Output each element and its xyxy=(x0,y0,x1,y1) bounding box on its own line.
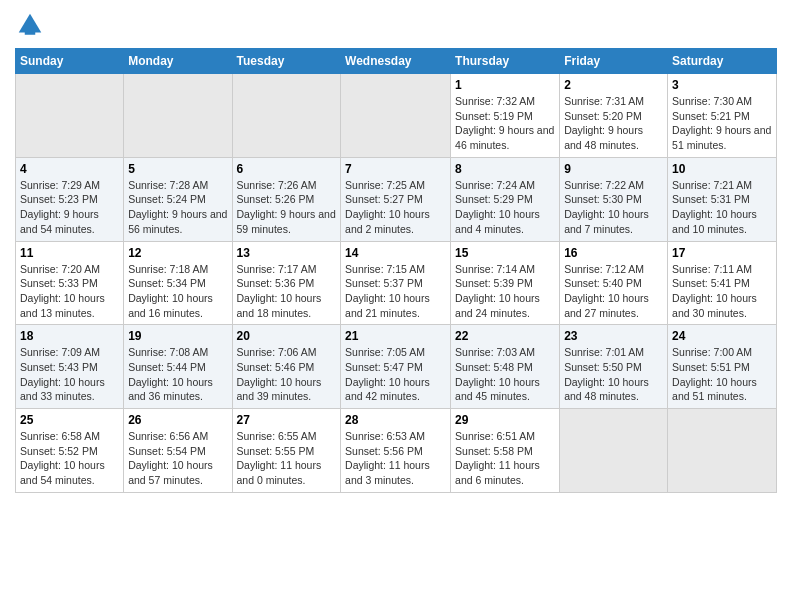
day-detail: Sunrise: 7:21 AM Sunset: 5:31 PM Dayligh… xyxy=(672,178,772,237)
calendar-cell xyxy=(124,74,232,158)
day-number: 26 xyxy=(128,413,227,427)
day-detail: Sunrise: 7:29 AM Sunset: 5:23 PM Dayligh… xyxy=(20,178,119,237)
day-number: 6 xyxy=(237,162,337,176)
calendar-cell: 3Sunrise: 7:30 AM Sunset: 5:21 PM Daylig… xyxy=(668,74,777,158)
day-detail: Sunrise: 7:17 AM Sunset: 5:36 PM Dayligh… xyxy=(237,262,337,321)
svg-marker-0 xyxy=(19,14,42,33)
col-header-friday: Friday xyxy=(560,49,668,74)
calendar-cell: 16Sunrise: 7:12 AM Sunset: 5:40 PM Dayli… xyxy=(560,241,668,325)
day-number: 17 xyxy=(672,246,772,260)
day-detail: Sunrise: 7:01 AM Sunset: 5:50 PM Dayligh… xyxy=(564,345,663,404)
col-header-thursday: Thursday xyxy=(451,49,560,74)
logo-icon xyxy=(15,10,45,40)
day-number: 10 xyxy=(672,162,772,176)
day-detail: Sunrise: 7:24 AM Sunset: 5:29 PM Dayligh… xyxy=(455,178,555,237)
day-number: 19 xyxy=(128,329,227,343)
calendar-cell xyxy=(232,74,341,158)
week-row-4: 18Sunrise: 7:09 AM Sunset: 5:43 PM Dayli… xyxy=(16,325,777,409)
day-number: 12 xyxy=(128,246,227,260)
calendar-cell: 4Sunrise: 7:29 AM Sunset: 5:23 PM Daylig… xyxy=(16,157,124,241)
day-detail: Sunrise: 7:09 AM Sunset: 5:43 PM Dayligh… xyxy=(20,345,119,404)
day-number: 4 xyxy=(20,162,119,176)
col-header-saturday: Saturday xyxy=(668,49,777,74)
day-detail: Sunrise: 7:06 AM Sunset: 5:46 PM Dayligh… xyxy=(237,345,337,404)
calendar-cell: 7Sunrise: 7:25 AM Sunset: 5:27 PM Daylig… xyxy=(341,157,451,241)
day-detail: Sunrise: 6:51 AM Sunset: 5:58 PM Dayligh… xyxy=(455,429,555,488)
day-detail: Sunrise: 7:11 AM Sunset: 5:41 PM Dayligh… xyxy=(672,262,772,321)
day-number: 3 xyxy=(672,78,772,92)
day-detail: Sunrise: 7:28 AM Sunset: 5:24 PM Dayligh… xyxy=(128,178,227,237)
logo xyxy=(15,10,49,40)
calendar-cell: 8Sunrise: 7:24 AM Sunset: 5:29 PM Daylig… xyxy=(451,157,560,241)
day-detail: Sunrise: 7:22 AM Sunset: 5:30 PM Dayligh… xyxy=(564,178,663,237)
calendar-cell: 6Sunrise: 7:26 AM Sunset: 5:26 PM Daylig… xyxy=(232,157,341,241)
day-detail: Sunrise: 7:26 AM Sunset: 5:26 PM Dayligh… xyxy=(237,178,337,237)
calendar-cell: 5Sunrise: 7:28 AM Sunset: 5:24 PM Daylig… xyxy=(124,157,232,241)
calendar-cell: 22Sunrise: 7:03 AM Sunset: 5:48 PM Dayli… xyxy=(451,325,560,409)
week-row-5: 25Sunrise: 6:58 AM Sunset: 5:52 PM Dayli… xyxy=(16,409,777,493)
day-number: 16 xyxy=(564,246,663,260)
calendar-cell: 17Sunrise: 7:11 AM Sunset: 5:41 PM Dayli… xyxy=(668,241,777,325)
calendar-cell: 25Sunrise: 6:58 AM Sunset: 5:52 PM Dayli… xyxy=(16,409,124,493)
calendar-cell: 29Sunrise: 6:51 AM Sunset: 5:58 PM Dayli… xyxy=(451,409,560,493)
svg-rect-1 xyxy=(25,31,36,35)
day-detail: Sunrise: 6:58 AM Sunset: 5:52 PM Dayligh… xyxy=(20,429,119,488)
day-detail: Sunrise: 7:31 AM Sunset: 5:20 PM Dayligh… xyxy=(564,94,663,153)
day-detail: Sunrise: 7:03 AM Sunset: 5:48 PM Dayligh… xyxy=(455,345,555,404)
calendar-cell xyxy=(560,409,668,493)
calendar-cell: 13Sunrise: 7:17 AM Sunset: 5:36 PM Dayli… xyxy=(232,241,341,325)
calendar-cell: 1Sunrise: 7:32 AM Sunset: 5:19 PM Daylig… xyxy=(451,74,560,158)
calendar-cell: 28Sunrise: 6:53 AM Sunset: 5:56 PM Dayli… xyxy=(341,409,451,493)
calendar-cell: 27Sunrise: 6:55 AM Sunset: 5:55 PM Dayli… xyxy=(232,409,341,493)
col-header-tuesday: Tuesday xyxy=(232,49,341,74)
calendar-cell: 18Sunrise: 7:09 AM Sunset: 5:43 PM Dayli… xyxy=(16,325,124,409)
calendar-cell xyxy=(341,74,451,158)
day-number: 29 xyxy=(455,413,555,427)
calendar-cell xyxy=(668,409,777,493)
calendar-cell: 21Sunrise: 7:05 AM Sunset: 5:47 PM Dayli… xyxy=(341,325,451,409)
day-number: 2 xyxy=(564,78,663,92)
calendar-cell: 10Sunrise: 7:21 AM Sunset: 5:31 PM Dayli… xyxy=(668,157,777,241)
day-detail: Sunrise: 7:20 AM Sunset: 5:33 PM Dayligh… xyxy=(20,262,119,321)
day-number: 14 xyxy=(345,246,446,260)
calendar-cell: 14Sunrise: 7:15 AM Sunset: 5:37 PM Dayli… xyxy=(341,241,451,325)
day-number: 11 xyxy=(20,246,119,260)
week-row-2: 4Sunrise: 7:29 AM Sunset: 5:23 PM Daylig… xyxy=(16,157,777,241)
day-detail: Sunrise: 6:56 AM Sunset: 5:54 PM Dayligh… xyxy=(128,429,227,488)
day-number: 27 xyxy=(237,413,337,427)
day-detail: Sunrise: 7:05 AM Sunset: 5:47 PM Dayligh… xyxy=(345,345,446,404)
calendar-cell: 20Sunrise: 7:06 AM Sunset: 5:46 PM Dayli… xyxy=(232,325,341,409)
day-number: 9 xyxy=(564,162,663,176)
day-detail: Sunrise: 7:08 AM Sunset: 5:44 PM Dayligh… xyxy=(128,345,227,404)
day-number: 18 xyxy=(20,329,119,343)
calendar-cell: 9Sunrise: 7:22 AM Sunset: 5:30 PM Daylig… xyxy=(560,157,668,241)
day-number: 15 xyxy=(455,246,555,260)
day-detail: Sunrise: 7:25 AM Sunset: 5:27 PM Dayligh… xyxy=(345,178,446,237)
col-header-sunday: Sunday xyxy=(16,49,124,74)
day-number: 7 xyxy=(345,162,446,176)
day-number: 13 xyxy=(237,246,337,260)
calendar-cell xyxy=(16,74,124,158)
day-number: 24 xyxy=(672,329,772,343)
calendar-table: SundayMondayTuesdayWednesdayThursdayFrid… xyxy=(15,48,777,493)
calendar-cell: 2Sunrise: 7:31 AM Sunset: 5:20 PM Daylig… xyxy=(560,74,668,158)
calendar-cell: 15Sunrise: 7:14 AM Sunset: 5:39 PM Dayli… xyxy=(451,241,560,325)
day-detail: Sunrise: 7:18 AM Sunset: 5:34 PM Dayligh… xyxy=(128,262,227,321)
week-row-3: 11Sunrise: 7:20 AM Sunset: 5:33 PM Dayli… xyxy=(16,241,777,325)
day-detail: Sunrise: 7:15 AM Sunset: 5:37 PM Dayligh… xyxy=(345,262,446,321)
day-number: 21 xyxy=(345,329,446,343)
day-number: 1 xyxy=(455,78,555,92)
calendar-cell: 11Sunrise: 7:20 AM Sunset: 5:33 PM Dayli… xyxy=(16,241,124,325)
day-detail: Sunrise: 7:14 AM Sunset: 5:39 PM Dayligh… xyxy=(455,262,555,321)
day-number: 20 xyxy=(237,329,337,343)
col-header-wednesday: Wednesday xyxy=(341,49,451,74)
day-detail: Sunrise: 6:55 AM Sunset: 5:55 PM Dayligh… xyxy=(237,429,337,488)
day-number: 23 xyxy=(564,329,663,343)
calendar-cell: 26Sunrise: 6:56 AM Sunset: 5:54 PM Dayli… xyxy=(124,409,232,493)
calendar-cell: 23Sunrise: 7:01 AM Sunset: 5:50 PM Dayli… xyxy=(560,325,668,409)
day-number: 22 xyxy=(455,329,555,343)
day-detail: Sunrise: 7:32 AM Sunset: 5:19 PM Dayligh… xyxy=(455,94,555,153)
calendar-cell: 12Sunrise: 7:18 AM Sunset: 5:34 PM Dayli… xyxy=(124,241,232,325)
calendar-cell: 19Sunrise: 7:08 AM Sunset: 5:44 PM Dayli… xyxy=(124,325,232,409)
day-detail: Sunrise: 7:00 AM Sunset: 5:51 PM Dayligh… xyxy=(672,345,772,404)
